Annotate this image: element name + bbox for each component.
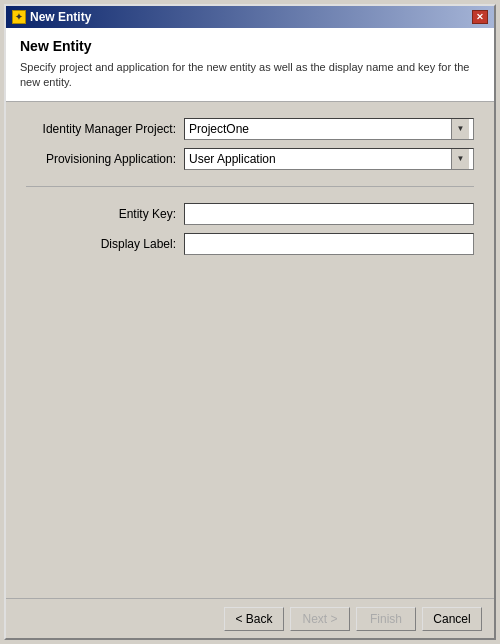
main-window: ✦ New Entity ✕ New Entity Specify projec…	[4, 4, 496, 640]
identity-manager-project-arrow: ▼	[451, 119, 469, 139]
button-bar: < Back Next > Finish Cancel	[6, 598, 494, 638]
display-label-wrapper	[184, 233, 474, 255]
provisioning-application-row: Provisioning Application: User Applicati…	[26, 148, 474, 170]
content-spacer	[26, 263, 474, 582]
window-title: New Entity	[30, 10, 91, 24]
content-area: Identity Manager Project: ProjectOne ▼ P…	[6, 102, 494, 598]
entity-key-wrapper	[184, 203, 474, 225]
provisioning-application-dropdown[interactable]: User Application ▼	[184, 148, 474, 170]
identity-manager-project-value: ProjectOne	[189, 122, 451, 136]
provisioning-application-label: Provisioning Application:	[26, 152, 176, 166]
entity-key-input[interactable]	[184, 203, 474, 225]
identity-manager-project-label: Identity Manager Project:	[26, 122, 176, 136]
next-button[interactable]: Next >	[290, 607, 350, 631]
back-button[interactable]: < Back	[224, 607, 284, 631]
form-separator	[26, 186, 474, 187]
cancel-button[interactable]: Cancel	[422, 607, 482, 631]
window-icon: ✦	[12, 10, 26, 24]
header-section: New Entity Specify project and applicati…	[6, 28, 494, 102]
identity-manager-project-wrapper: ProjectOne ▼	[184, 118, 474, 140]
display-label-row: Display Label:	[26, 233, 474, 255]
display-label-input[interactable]	[184, 233, 474, 255]
entity-key-row: Entity Key:	[26, 203, 474, 225]
close-button[interactable]: ✕	[472, 10, 488, 24]
identity-manager-project-row: Identity Manager Project: ProjectOne ▼	[26, 118, 474, 140]
header-description: Specify project and application for the …	[20, 60, 480, 91]
title-bar-left: ✦ New Entity	[12, 10, 91, 24]
finish-button[interactable]: Finish	[356, 607, 416, 631]
entity-key-label: Entity Key:	[26, 207, 176, 221]
display-label-label: Display Label:	[26, 237, 176, 251]
header-title: New Entity	[20, 38, 480, 54]
title-bar: ✦ New Entity ✕	[6, 6, 494, 28]
provisioning-application-value: User Application	[189, 152, 451, 166]
provisioning-application-arrow: ▼	[451, 149, 469, 169]
identity-manager-project-dropdown[interactable]: ProjectOne ▼	[184, 118, 474, 140]
provisioning-application-wrapper: User Application ▼	[184, 148, 474, 170]
